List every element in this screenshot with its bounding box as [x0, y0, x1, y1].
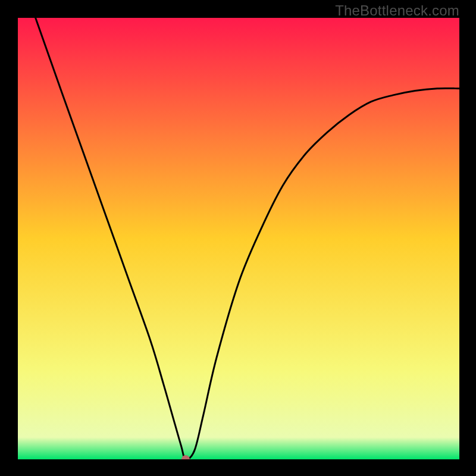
chart-frame: TheBottleneck.com: [0, 0, 476, 476]
bottleneck-chart: [18, 18, 459, 459]
watermark-text: TheBottleneck.com: [335, 2, 459, 19]
chart-background: [18, 18, 459, 459]
